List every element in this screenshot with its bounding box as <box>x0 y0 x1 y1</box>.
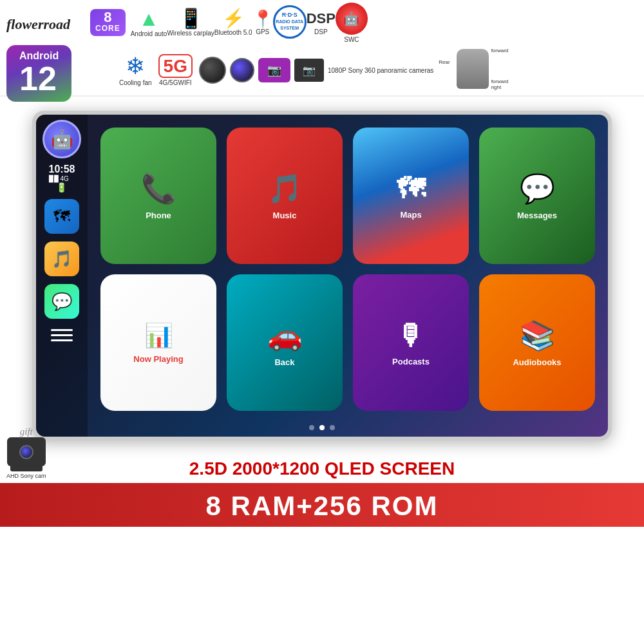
feature-carplay: 📱 Wireless carplay <box>167 9 214 37</box>
feature-android-auto: ▲ Android auto <box>131 8 167 37</box>
sidebar-menu-icon[interactable] <box>44 325 79 345</box>
phone-icon: 📞 <box>141 172 176 205</box>
cooling-label: Cooling fan <box>119 79 152 86</box>
cam-sphere-1 <box>199 57 226 84</box>
dsp-label: DSP <box>314 28 328 35</box>
android-version-block: Android 12 <box>6 45 71 102</box>
camera-body <box>7 437 46 466</box>
audiobooks-icon: 📚 <box>520 319 555 352</box>
dot-1 <box>309 425 314 430</box>
maps-label: Maps <box>400 210 421 220</box>
camera-icons: 📷 📷 1080P Sony 360 panoramic cameras <box>199 57 433 84</box>
app-audiobooks[interactable]: 📚 Audiobooks <box>479 274 595 411</box>
battery-icon: 🔋 <box>49 182 75 193</box>
wifi-badge: 5G <box>158 54 193 79</box>
header-row1: flowerroad 8 CORE ▲ Android auto 📱 Wirel… <box>0 0 644 45</box>
carplay-screen: 🤖 10:58 ▉▉ 4G 🔋 🗺 🎵 💬 <box>36 115 608 437</box>
gift-cam-section: gift AHD Sony cam <box>6 426 46 479</box>
ram-rom-text: 8 RAM+256 ROM <box>206 491 439 521</box>
android-auto-label: Android auto <box>131 30 167 37</box>
swc-robot: 🤖 <box>336 3 368 35</box>
dot-3 <box>330 425 335 430</box>
nowplaying-label: Now Playing <box>133 354 183 364</box>
core-number: 8 <box>104 10 111 24</box>
brand-name: flowerroad <box>6 16 70 33</box>
screen-section: 🤖 10:58 ▉▉ 4G 🔋 🗺 🎵 💬 <box>0 97 644 452</box>
car-diagram: forward Rear forwardright <box>439 48 509 93</box>
car-rear-label: Rear <box>439 59 450 65</box>
podcasts-icon: 🎙 <box>397 319 425 352</box>
camera-lens <box>19 445 33 459</box>
app-music[interactable]: 🎵 Music <box>227 128 343 264</box>
menu-line-2 <box>51 334 73 336</box>
gift-label: gift <box>20 426 33 437</box>
sidebar-music-icon[interactable]: 🎵 <box>44 242 79 276</box>
app-back[interactable]: 🚗 Back <box>227 274 343 411</box>
bluetooth-icon: ⚡ <box>222 10 245 28</box>
feature-wifi: 5G 4G/5GWIFI <box>158 54 193 87</box>
screen-spec-text: 2.5D 2000*1200 QLED SCREEN <box>13 459 631 479</box>
feature-gps: 📍 GPS <box>252 10 273 35</box>
sidebar: 🤖 10:58 ▉▉ 4G 🔋 🗺 🎵 💬 <box>36 115 88 437</box>
wifi-label: 4G/5GWIFI <box>159 79 192 86</box>
app-messages[interactable]: 💬 Messages <box>479 128 595 264</box>
feature-cooling: ❄ Cooling fan <box>119 55 152 86</box>
gps-icon: 📍 <box>252 10 273 27</box>
android-auto-icon: ▲ <box>138 8 159 29</box>
carplay-icon: 📱 <box>179 9 203 28</box>
bottom-section: gift AHD Sony cam 2.5D 2000*1200 QLED SC… <box>0 452 644 479</box>
music-icon: 🎵 <box>267 172 303 205</box>
maps-icon: 🗺 <box>397 173 425 205</box>
carplay-label: Wireless carplay <box>167 30 214 37</box>
page-wrapper: flowerroad 8 CORE ▲ Android auto 📱 Wirel… <box>0 0 644 644</box>
back-label: Back <box>274 357 294 367</box>
sidebar-msg-icon[interactable]: 💬 <box>44 284 79 319</box>
ram-rom-bar: 8 RAM+256 ROM <box>0 483 644 527</box>
app-nowplaying[interactable]: 📊 Now Playing <box>100 274 216 411</box>
podcasts-label: Podcasts <box>392 357 430 366</box>
audiobooks-label: Audiobooks <box>513 357 561 367</box>
ai-robot-icon: 🤖 <box>43 120 81 158</box>
page-dots <box>36 425 608 430</box>
cameras-label: 1080P Sony 360 panoramic cameras <box>328 67 433 74</box>
rds-text: R·D·SRADIO DATA SYSTEM <box>275 12 305 32</box>
cooling-icon: ❄ <box>126 55 145 78</box>
swc-label: SWC <box>344 36 359 43</box>
app-phone[interactable]: 📞 Phone <box>100 128 216 264</box>
carplay-screen-wrapper: 🤖 10:58 ▉▉ 4G 🔋 🗺 🎵 💬 <box>32 111 612 440</box>
car-right-label: forwardright <box>491 79 509 90</box>
app-podcasts[interactable]: 🎙 Podcasts <box>353 274 469 411</box>
feature-bluetooth: ⚡ Bluetooth 5.0 <box>214 10 252 36</box>
car-forward-label: forward <box>491 48 509 53</box>
signal-type: 4G <box>61 175 69 182</box>
back-icon: 🚗 <box>267 319 303 352</box>
status-bar: 10:58 ▉▉ 4G 🔋 <box>49 164 75 193</box>
phone-label: Phone <box>146 211 171 220</box>
app-grid: 📞 Phone 🎵 Music 🗺 Maps 💬 <box>88 115 608 437</box>
rear-cam: 📷 <box>258 58 290 82</box>
screen-spec-section: 2.5D 2000*1200 QLED SCREEN <box>13 459 631 479</box>
feature-swc: 🤖 SWC <box>336 3 368 43</box>
messages-icon: 💬 <box>520 172 555 205</box>
messages-label: Messages <box>517 211 557 220</box>
signal-bars: ▉▉ <box>49 175 59 182</box>
dsp-badge: DSP <box>307 10 336 27</box>
header-row2: ❄ Cooling fan 5G 4G/5GWIFI 📷 📷 1080P Son… <box>0 45 644 97</box>
menu-line-1 <box>51 329 73 331</box>
time-display: 10:58 <box>49 164 75 175</box>
cam-sphere-2 <box>230 58 254 82</box>
signal-row: ▉▉ 4G <box>49 175 75 182</box>
dot-2 <box>319 425 325 430</box>
app-maps[interactable]: 🗺 Maps <box>353 128 469 264</box>
nowplaying-icon: 📊 <box>144 322 173 349</box>
menu-line-3 <box>51 339 73 341</box>
side-cam: 📷 <box>294 59 324 82</box>
feature-rds: R·D·SRADIO DATA SYSTEM <box>273 5 307 40</box>
music-label: Music <box>273 211 297 220</box>
bluetooth-label: Bluetooth 5.0 <box>214 29 252 36</box>
sidebar-nav-icon[interactable]: 🗺 <box>44 199 79 234</box>
gps-label: GPS <box>256 28 269 35</box>
core-label: CORE <box>95 24 120 33</box>
core-badge: 8 CORE <box>90 9 126 35</box>
ahd-cam-label: AHD Sony cam <box>6 473 46 479</box>
